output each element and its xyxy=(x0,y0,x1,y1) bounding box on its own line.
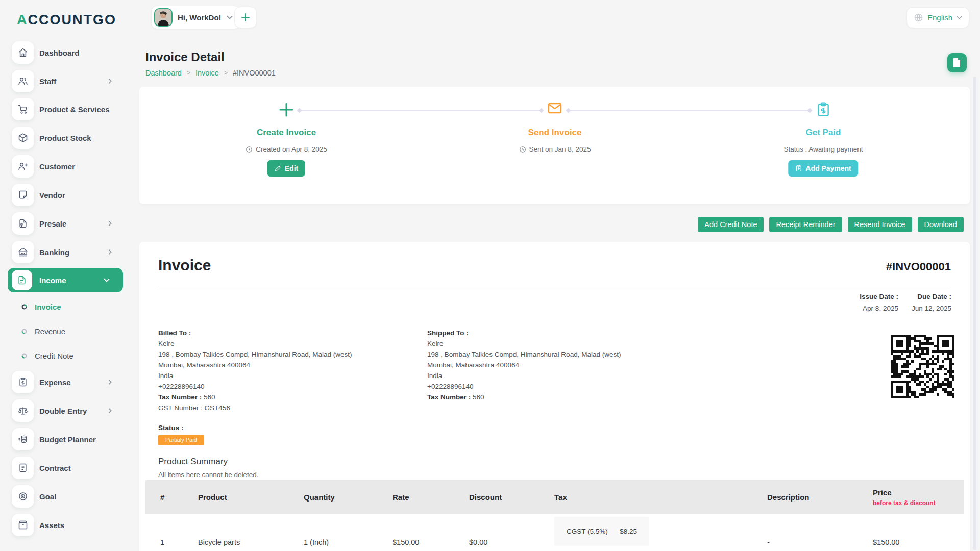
sidebar-item-income[interactable]: Income xyxy=(8,268,123,292)
ring-icon xyxy=(21,353,27,359)
sidebar-item-label: Dashboard xyxy=(39,48,79,57)
add-payment-button[interactable]: Add Payment xyxy=(788,160,858,177)
app-logo: ACCOUNTGO xyxy=(17,12,116,28)
sidebar-item-product-stock[interactable]: Product Stock xyxy=(0,126,125,150)
product-table: # Product Quantity Rate Discount Tax Des… xyxy=(145,480,964,551)
sidebar-item-banking[interactable]: Banking xyxy=(0,240,125,264)
sidebar-item-label: Goal xyxy=(39,492,56,501)
sidebar-item-double-entry[interactable]: Double Entry xyxy=(0,398,125,423)
cell-quantity: 1 (Inch) xyxy=(304,538,393,546)
sidebar-item-dashboard[interactable]: Dashboard xyxy=(0,40,125,65)
chevron-right-icon xyxy=(108,379,112,385)
tax-chip: CGST (5.5%) $8.25 xyxy=(554,517,649,546)
edit-button[interactable]: Edit xyxy=(267,160,305,177)
sidebar-item-label: Customer xyxy=(39,162,75,171)
scrollbar[interactable] xyxy=(973,77,976,550)
mail-icon xyxy=(548,102,562,114)
sidebar-item-presale[interactable]: Presale xyxy=(0,211,125,236)
sidebar-item-goal[interactable]: Goal xyxy=(0,484,125,509)
chevron-right-icon xyxy=(108,78,112,84)
avatar xyxy=(154,8,173,27)
cell-tax: CGST (5.5%) $8.25 xyxy=(554,514,767,546)
resend-invoice-button[interactable]: Resend Invoice xyxy=(848,217,912,232)
breadcrumb-invoice[interactable]: Invoice xyxy=(195,69,219,77)
col-tax: Tax xyxy=(554,493,767,502)
users-icon xyxy=(12,70,34,92)
user-plus-icon xyxy=(12,155,34,178)
sidebar-item-label: Contract xyxy=(39,464,71,472)
col-rate: Rate xyxy=(393,493,469,502)
breadcrumb-dashboard[interactable]: Dashboard xyxy=(145,69,182,77)
user-menu[interactable]: Hi, WorkDo! xyxy=(151,6,240,29)
sidebar-item-budget-planner[interactable]: Budget Planner xyxy=(0,427,125,452)
plus-icon xyxy=(279,102,294,117)
download-button[interactable]: Download xyxy=(918,217,964,232)
clock-icon xyxy=(246,146,253,153)
invoice-progress-card: Create Invoice Created on Apr 8, 2025 Ed… xyxy=(139,87,970,204)
sidebar-item-label: Income xyxy=(39,276,66,285)
note-icon xyxy=(12,184,34,206)
export-document-button[interactable] xyxy=(947,53,967,72)
cell-discount: $0.00 xyxy=(469,538,554,546)
sidebar-item-customer[interactable]: Customer xyxy=(0,154,125,179)
table-row: 1 Bicycle parts 1 (Inch) $150.00 $0.00 C… xyxy=(145,514,964,551)
scale-icon xyxy=(12,399,34,422)
invoice-dates: Issue Date : Apr 8, 2025 Due Date : Jun … xyxy=(860,293,951,312)
issue-date: Issue Date : Apr 8, 2025 xyxy=(860,293,898,312)
breadcrumb-current: #INVO00001 xyxy=(233,69,276,77)
col-description: Description xyxy=(767,493,873,502)
archive-box-icon xyxy=(12,514,34,536)
step-send-invoice: Send Invoice Sent on Jan 8, 2025 xyxy=(473,87,636,204)
cell-description: - xyxy=(767,538,873,546)
sidebar-item-label: Expense xyxy=(39,378,71,387)
invoice-actions: Add Credit Note Receipt Reminder Resend … xyxy=(698,217,964,232)
add-button[interactable] xyxy=(234,7,257,28)
pencil-icon xyxy=(275,165,281,172)
coins-icon xyxy=(12,428,34,450)
page-title: Invoice Detail xyxy=(145,50,225,64)
status-badge: Partialy Paid xyxy=(158,435,204,445)
sidebar-item-label: Banking xyxy=(39,248,69,257)
receipt-dollar-icon xyxy=(817,102,830,117)
add-credit-note-button[interactable]: Add Credit Note xyxy=(698,217,764,232)
sidebar-item-product-services[interactable]: Product & Services xyxy=(0,97,125,121)
sidebar-item-label: Staff xyxy=(39,77,56,86)
invoice-number: #INVO00001 xyxy=(886,260,951,273)
due-date: Due Date : Jun 12, 2025 xyxy=(912,293,951,312)
language-selector[interactable]: English xyxy=(906,7,969,28)
step-title: Create Invoice xyxy=(205,128,368,138)
receipt-reminder-button[interactable]: Receipt Reminder xyxy=(769,217,842,232)
clock-icon xyxy=(519,146,526,153)
sidebar-subitem-credit-note[interactable]: Credit Note xyxy=(0,345,125,366)
chevron-down-icon xyxy=(104,278,110,282)
cart-icon xyxy=(12,98,34,120)
target-icon xyxy=(12,485,34,508)
sidebar-subitem-invoice[interactable]: Invoice xyxy=(0,296,125,317)
cell-index: 1 xyxy=(145,538,198,546)
divider xyxy=(158,286,951,286)
sidebar-item-label: Vendor xyxy=(39,191,65,199)
home-icon xyxy=(12,41,34,64)
sidebar-item-assets[interactable]: Assets xyxy=(0,513,125,537)
sidebar-item-vendor[interactable]: Vendor xyxy=(0,183,125,207)
ring-icon xyxy=(21,304,27,310)
sidebar-item-expense[interactable]: Expense xyxy=(0,370,125,394)
sidebar-item-label: Double Entry xyxy=(39,407,87,415)
chevron-right-icon xyxy=(108,408,112,414)
chevron-right-icon xyxy=(108,249,112,255)
sidebar-item-contract[interactable]: Contract xyxy=(0,456,125,480)
sidebar-subitem-label: Invoice xyxy=(35,303,61,311)
sidebar-subitem-revenue[interactable]: Revenue xyxy=(0,321,125,341)
step-meta: Created on Apr 8, 2025 xyxy=(205,145,368,153)
globe-icon xyxy=(914,13,923,22)
sidebar-item-label: Assets xyxy=(39,521,64,530)
contract-icon xyxy=(12,457,34,479)
breadcrumb: Dashboard > Invoice > #INVO00001 xyxy=(145,69,276,77)
sidebar-item-staff[interactable]: Staff xyxy=(0,69,125,93)
product-table-header: # Product Quantity Rate Discount Tax Des… xyxy=(145,480,964,514)
col-index: # xyxy=(145,493,198,502)
step-meta: Sent on Jan 8, 2025 xyxy=(473,145,636,153)
step-create-invoice: Create Invoice Created on Apr 8, 2025 Ed… xyxy=(205,87,368,204)
cell-price: $150.00 xyxy=(873,538,964,546)
plus-icon xyxy=(241,13,250,22)
